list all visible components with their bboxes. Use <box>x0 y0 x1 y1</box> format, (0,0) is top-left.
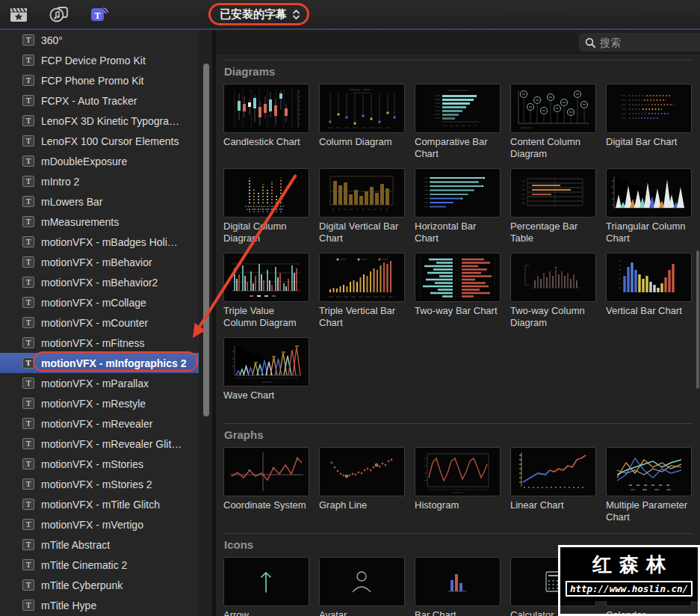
thumb-two-way-column-diagram[interactable] <box>510 253 596 302</box>
title-item-triangular-column-chart[interactable]: Triangular Column Chart <box>606 168 692 244</box>
title-item-histogram[interactable]: Histogram <box>415 447 501 523</box>
sidebar-item-mtitle-cyberpunk[interactable]: TmTitle Cyberpunk <box>0 575 199 595</box>
sidebar-item-mvertigo[interactable]: TmotionVFX - mVertigo <box>0 514 199 535</box>
sidebar-item-mrevealer-glitch[interactable]: TmotionVFX - mRevealer Glit… <box>0 434 199 454</box>
sidebar-item-label: motionVFX - mRevealer <box>41 418 152 430</box>
thumb-triangular-column-chart[interactable] <box>606 168 692 218</box>
thumb-vertical-bar-chart[interactable] <box>606 253 692 302</box>
title-item-vertical-bar-chart[interactable]: Vertical Bar Chart <box>606 253 692 328</box>
title-pack-icon: T <box>22 317 34 328</box>
title-item-bar-chart[interactable]: Bar Chart <box>415 557 501 616</box>
thumb-candlestick-chart[interactable] <box>223 84 309 133</box>
sidebar-scrollbar-thumb[interactable] <box>203 64 209 416</box>
title-item-label: Candlestick Chart <box>223 136 309 148</box>
title-item-digital-bar-chart[interactable]: Digital Bar Chart <box>606 84 692 159</box>
title-item-label: Vertical Bar Chart <box>606 305 692 317</box>
thumb-percentage-bar-table[interactable] <box>510 168 596 218</box>
title-item-two-way-bar-chart[interactable]: Two-way Bar Chart <box>415 253 501 328</box>
title-pack-icon: T <box>22 277 34 288</box>
title-item-comparative-bar-chart[interactable]: Comparative Bar Chart <box>415 84 501 159</box>
thumb-two-way-bar-chart[interactable] <box>415 253 501 302</box>
thumb-wave-chart[interactable] <box>223 337 309 386</box>
sidebar-item-mtitle-abstract[interactable]: TmTitle Abstract <box>0 535 199 555</box>
sidebar-item-mbehavior2[interactable]: TmotionVFX - mBehavior2 <box>0 272 199 292</box>
thumb-bar-chart-icon[interactable] <box>415 557 501 606</box>
thumb-digital-bar-chart[interactable] <box>606 84 692 133</box>
sidebar-item-fcp-phone-promo-kit[interactable]: TFCP Phone Promo Kit <box>0 70 199 90</box>
media-type-dropdown-label: 已安装的字幕 <box>220 7 287 22</box>
title-item-digital-column-diagram[interactable]: Digital Column Diagram <box>223 168 309 244</box>
sidebar-item-360[interactable]: T360° <box>0 30 199 50</box>
sidebar-item-mstories[interactable]: TmotionVFX - mStories <box>0 454 199 474</box>
thumb-triple-vertical-bar-chart[interactable] <box>319 253 405 302</box>
sidebar-item-mintro-2[interactable]: TmIntro 2 <box>0 171 199 191</box>
sidebar-item-mdoubleexposure[interactable]: TmDoubleExposure <box>0 151 199 171</box>
title-item-linear-chart[interactable]: Linear Chart <box>510 447 596 523</box>
sidebar-item-mlowers-bar[interactable]: TmLowers Bar <box>0 191 199 212</box>
thumb-avatar-icon[interactable] <box>319 557 405 606</box>
title-item-horizontal-bar-chart[interactable]: Horizontal Bar Chart <box>415 168 501 244</box>
sidebar-item-mbadges-holi[interactable]: TmotionVFX - mBadges Holi… <box>0 232 199 252</box>
sidebar-item-mmeasurements[interactable]: TmMeasurements <box>0 212 199 232</box>
sidebar-item-mparallax[interactable]: TmotionVFX - mParallax <box>0 373 199 393</box>
title-item-multiple-parameter-chart[interactable]: Multiple Parameter Chart <box>606 447 692 523</box>
title-item-arrow[interactable]: Arrow <box>223 557 309 616</box>
search-field[interactable] <box>579 33 700 52</box>
title-item-digital-vertical-bar-chart[interactable]: Digital Vertical Bar Chart <box>319 168 405 244</box>
sidebar-item-lenofx-100-cursor[interactable]: TLenoFX 100 Cursor Elements <box>0 131 199 151</box>
title-item-wave-chart[interactable]: Wave Chart <box>223 337 309 413</box>
sidebar-item-mbehavior[interactable]: TmotionVFX - mBehavior <box>0 252 199 272</box>
titles-generators-icon[interactable]: T <box>87 4 112 24</box>
thumb-linear-chart[interactable] <box>510 447 596 496</box>
sidebar-item-mfitness[interactable]: TmotionVFX - mFitness <box>0 333 199 353</box>
title-pack-icon: T <box>22 196 34 207</box>
title-item-label: Digital Vertical Bar Chart <box>319 221 405 244</box>
media-type-dropdown[interactable]: 已安装的字幕 <box>215 4 305 25</box>
title-item-content-column-diagram[interactable]: Content Column Diagram <box>510 84 596 159</box>
sidebar-item-label: motionVFX - mBehavior <box>41 256 152 268</box>
thumb-comparative-bar-chart[interactable] <box>415 84 501 133</box>
title-item-candlestick-chart[interactable]: Candlestick Chart <box>223 84 309 159</box>
sidebar-item-mrestyle[interactable]: TmotionVFX - mRestyle <box>0 393 199 413</box>
sidebar-item-mtitle-hype[interactable]: TmTitle Hype <box>0 595 199 615</box>
sidebar-item-mcounter[interactable]: TmotionVFX - mCounter <box>0 312 199 333</box>
sidebar-item-fcpx-auto-tracker[interactable]: TFCPX - Auto Tracker <box>0 90 199 111</box>
thumb-triple-value-column-diagram[interactable] <box>223 253 309 302</box>
thumb-graph-line[interactable] <box>319 447 405 496</box>
thumb-histogram[interactable] <box>415 447 501 496</box>
sidebar-item-label: mTitle Abstract <box>41 539 110 551</box>
title-item-label: Digital Column Diagram <box>223 221 309 244</box>
sidebar-item-minfographics-2-selected[interactable]: TmotionVFX - mInfographics 2 <box>0 353 199 373</box>
title-item-percentage-bar-table[interactable]: Percentage Bar Table <box>510 168 596 244</box>
thumb-multiple-parameter-chart[interactable] <box>606 447 692 496</box>
thumb-arrow-icon[interactable] <box>223 557 309 606</box>
sidebar-item-fcp-device-promo-kit[interactable]: TFCP Device Promo Kit <box>0 50 199 70</box>
photos-audio-icon[interactable] <box>46 4 72 24</box>
title-pack-icon: T <box>22 378 34 389</box>
sidebar-item-mtitle-glitch[interactable]: TmotionVFX - mTitle Glitch <box>0 494 199 514</box>
title-item-coordinate-system[interactable]: Coordinate System <box>223 447 309 523</box>
sidebar-item-mcollage[interactable]: TmotionVFX - mCollage <box>0 292 199 312</box>
thumb-column-diagram[interactable] <box>319 84 405 133</box>
title-item-graph-line[interactable]: Graph Line <box>319 447 405 523</box>
sidebar-item-lenofx-3d-kinetic[interactable]: TLenoFX 3D Kinetic Typogra… <box>0 111 199 131</box>
thumb-coordinate-system[interactable] <box>223 447 309 496</box>
thumb-digital-vertical-bar-chart[interactable] <box>319 168 405 218</box>
sidebar-item-mstories-2[interactable]: TmotionVFX - mStories 2 <box>0 474 199 494</box>
thumb-content-column-diagram[interactable] <box>510 84 596 133</box>
title-item-column-diagram[interactable]: Column Diagram <box>319 84 405 159</box>
effects-browser-icon[interactable] <box>6 4 31 24</box>
title-item-avatar[interactable]: Avatar <box>319 557 405 616</box>
sidebar-item-label: mIntro 2 <box>41 176 79 188</box>
title-item-triple-vertical-bar-chart[interactable]: Triple Vertical Bar Chart <box>319 253 405 328</box>
title-item-triple-value-column-diagram[interactable]: Triple Value Column Diagram <box>223 253 309 328</box>
sidebar-item-mtitle-cinematic-2[interactable]: TmTitle Cinematic 2 <box>0 555 199 575</box>
thumb-digital-column-diagram[interactable] <box>223 168 309 218</box>
thumb-horizontal-bar-chart[interactable] <box>415 168 501 218</box>
sidebar-item-label: motionVFX - mRevealer Glit… <box>41 438 182 450</box>
search-input[interactable] <box>600 37 682 49</box>
title-item-two-way-column-diagram[interactable]: Two-way Column Diagram <box>510 253 596 328</box>
sidebar-item-mrevealer[interactable]: TmotionVFX - mRevealer <box>0 413 199 434</box>
main-scrollbar-thumb[interactable] <box>696 250 699 389</box>
sidebar-item-label: mTitle Hype <box>41 600 96 612</box>
